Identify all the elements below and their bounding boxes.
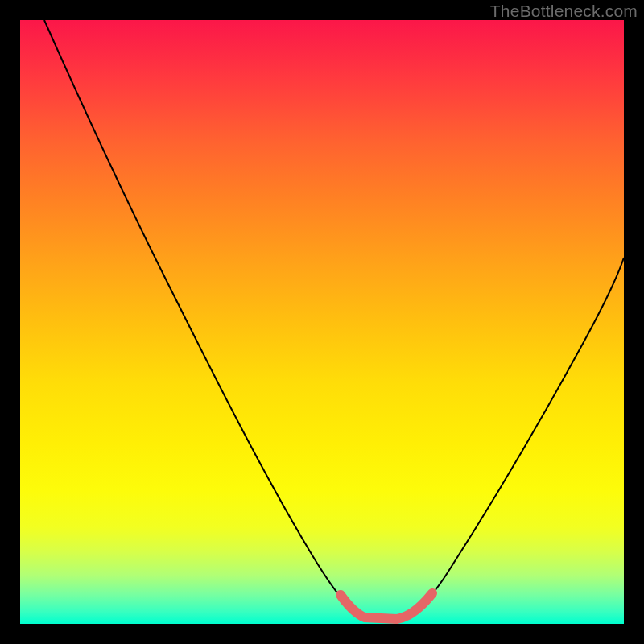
watermark-text: TheBottleneck.com (490, 2, 638, 21)
optimal-range-highlight (341, 593, 432, 619)
chart-svg (20, 20, 624, 624)
bottleneck-curve (44, 20, 624, 619)
chart-frame: TheBottleneck.com (0, 0, 644, 644)
